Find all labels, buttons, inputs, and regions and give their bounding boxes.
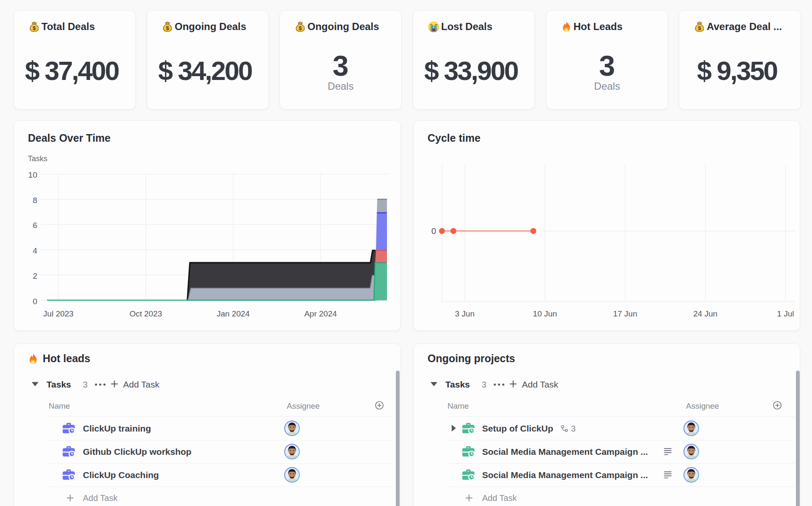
svg-text:10: 10 [28,170,37,179]
svg-text:2: 2 [33,272,37,280]
svg-text:0: 0 [431,226,436,236]
svg-text:0: 0 [33,297,37,306]
svg-text:6: 6 [33,221,37,230]
svg-text:Tasks: Tasks [28,154,47,163]
svg-text:Oct 2023: Oct 2023 [129,309,162,318]
svg-text:Apr 2024: Apr 2024 [304,309,337,318]
svg-text:24 Jun: 24 Jun [693,309,717,318]
svg-text:Jan 2024: Jan 2024 [217,309,250,318]
svg-text:17 Jun: 17 Jun [613,309,637,318]
svg-text:1 Jul: 1 Jul [777,309,794,318]
svg-text:Jul 2023: Jul 2023 [43,309,74,318]
svg-text:4: 4 [33,246,37,255]
svg-text:3 Jun: 3 Jun [455,309,475,318]
svg-text:8: 8 [33,196,37,205]
svg-text:10 Jun: 10 Jun [533,309,557,318]
